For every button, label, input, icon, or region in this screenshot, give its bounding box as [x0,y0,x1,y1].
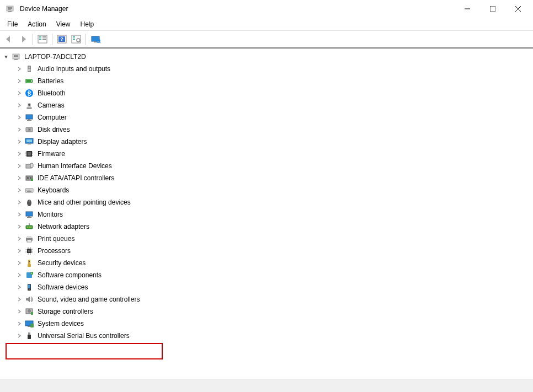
forward-button[interactable] [17,33,30,46]
chevron-right-icon[interactable] [15,65,23,73]
tree-item-label: IDE ATA/ATAPI controllers [38,172,114,184]
back-button[interactable] [2,33,15,46]
chevron-right-icon[interactable] [15,114,23,121]
tree-item-camera[interactable]: Cameras [0,99,533,111]
svg-rect-13 [42,39,46,40]
computer-icon [24,112,34,122]
svg-rect-40 [28,119,30,120]
toolbar-separator [86,34,86,45]
chevron-right-icon[interactable] [15,211,23,218]
titlebar: Device Manager [0,0,533,18]
app-icon [6,4,14,13]
tree-item-system[interactable]: System devices [0,318,533,330]
tree-item-disk[interactable]: Disk drives [0,123,533,136]
tree-item-label: Bluetooth [38,87,66,99]
tree-item-keyboard[interactable]: Keyboards [0,184,533,196]
security-icon [24,258,34,268]
chevron-right-icon[interactable] [15,271,23,279]
properties-button[interactable] [89,33,102,46]
tree-item-label: Processors [38,245,71,257]
processor-icon [24,246,34,256]
computer-icon [11,52,21,62]
chevron-right-icon[interactable] [15,89,23,97]
tree-item-swcomp[interactable]: +Software components [0,269,533,281]
chevron-right-icon[interactable] [15,174,23,182]
tree-item-label: Software devices [38,281,88,293]
svg-rect-80 [27,240,31,242]
bluetooth-icon [24,88,34,98]
svg-rect-28 [14,59,18,60]
window-title: Device Manager [20,5,455,13]
help-button[interactable]: ? [55,33,68,46]
chevron-right-icon[interactable] [15,247,23,255]
mouse-icon [24,197,34,207]
usb-icon [24,331,34,341]
chevron-right-icon[interactable] [15,283,23,291]
tree-item-firmware[interactable]: Firmware [0,148,533,160]
tree-item-battery[interactable]: Batteries [0,75,533,87]
tree-item-security[interactable]: Security devices [0,257,533,269]
swcomp-icon: + [24,270,34,280]
menu-action[interactable]: Action [23,19,51,29]
tree-item-speaker[interactable]: Audio inputs and outputs [0,63,533,75]
svg-point-75 [29,227,30,228]
svg-rect-18 [73,36,75,37]
chevron-right-icon[interactable] [15,162,23,170]
maximize-button[interactable] [480,1,505,17]
tree-item-display[interactable]: Display adapters [0,136,533,148]
svg-rect-105 [30,324,34,327]
tree-item-label: Network adapters [38,221,89,233]
chevron-right-icon[interactable] [15,77,23,85]
chevron-right-icon[interactable] [15,186,23,194]
tree-root-node[interactable]: LAPTOP-7ADCLT2D [0,51,533,63]
tree-item-monitor[interactable]: Monitors [0,208,533,221]
svg-point-38 [28,104,30,106]
chevron-right-icon[interactable] [15,101,23,109]
chevron-right-icon[interactable] [15,259,23,267]
menu-file[interactable]: File [2,19,23,29]
svg-rect-10 [39,36,41,37]
tree-item-swdev[interactable]: Software devices [0,281,533,293]
chevron-right-icon[interactable] [15,198,23,206]
menu-view[interactable]: View [51,19,76,29]
chevron-right-icon[interactable] [15,296,23,303]
tree-item-processor[interactable]: Processors [0,245,533,257]
swdev-icon [24,282,34,292]
tree-item-bluetooth[interactable]: Bluetooth [0,87,533,99]
chevron-right-icon[interactable] [15,235,23,243]
scan-hardware-button[interactable] [70,33,83,46]
chevron-right-icon[interactable] [15,332,23,340]
tree-item-usb[interactable]: Universal Serial Bus controllers [0,330,533,342]
tree-item-computer[interactable]: Computer [0,111,533,123]
minimize-button[interactable] [455,1,480,17]
tree-item-mouse[interactable]: Mice and other pointing devices [0,196,533,208]
tree-item-hid[interactable]: Human Interface Devices [0,160,533,172]
chevron-right-icon[interactable] [15,150,23,158]
tree-item-label: Universal Serial Bus controllers [38,330,130,342]
svg-point-31 [28,69,31,72]
svg-line-24 [99,42,100,43]
tree-item-sound[interactable]: Sound, video and game controllers [0,293,533,305]
chevron-down-icon[interactable] [2,53,10,61]
tree-item-storage[interactable]: Storage controllers [0,305,533,318]
chevron-right-icon[interactable] [15,320,23,327]
svg-rect-67 [27,191,31,192]
show-hide-tree-button[interactable] [36,33,49,46]
chevron-right-icon[interactable] [15,138,23,146]
tree-item-network[interactable]: Network adapters [0,221,533,233]
close-button[interactable] [505,1,531,17]
svg-rect-1 [8,7,12,8]
highlight-annotation [6,343,163,359]
tree-item-ide[interactable]: IDE ATA/ATAPI controllers [0,172,533,184]
svg-rect-4 [8,11,12,12]
chevron-right-icon[interactable] [15,126,23,133]
menu-help[interactable]: Help [76,19,99,29]
svg-rect-63 [26,190,28,191]
chevron-right-icon[interactable] [15,308,23,315]
ide-icon [24,173,34,183]
svg-rect-34 [26,80,31,82]
tree-item-printer[interactable]: Print queues [0,233,533,245]
svg-rect-19 [73,39,75,40]
chevron-right-icon[interactable] [15,223,23,230]
device-tree: LAPTOP-7ADCLT2D Audio inputs and outputs… [0,49,533,344]
